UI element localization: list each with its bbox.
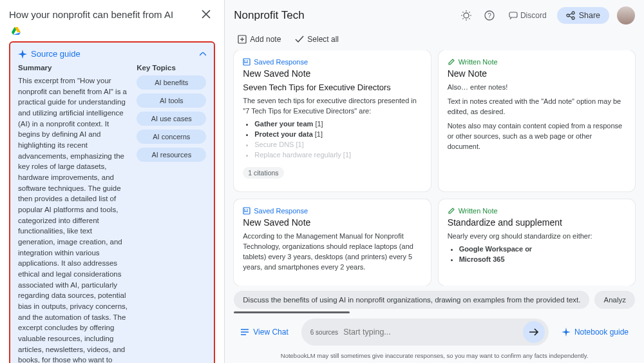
sources-count[interactable]: 6 sources	[310, 329, 338, 336]
svg-rect-11	[509, 12, 517, 17]
card-body: The seven tech tips for executive direct…	[243, 96, 421, 117]
sparkle-icon	[18, 50, 27, 59]
notebook-guide-button[interactable]: Notebook guide	[555, 324, 635, 340]
summary-text: This excerpt from "How your nonprofit ca…	[18, 75, 128, 363]
disclaimer-text: NotebookLM may still sometimes give inac…	[225, 351, 644, 363]
svg-line-8	[469, 12, 469, 12]
close-icon[interactable]	[197, 5, 215, 23]
topic-chip[interactable]: AI resources	[137, 148, 206, 162]
suggestion-row: Discuss the benefits of using AI in nonp…	[234, 291, 635, 309]
svg-line-16	[569, 16, 572, 17]
summary-heading: Summary	[18, 64, 128, 72]
card-tag: Saved Response	[243, 207, 421, 215]
help-icon[interactable]: ?	[480, 6, 498, 25]
doc-title: How your nonprofit can benefit from AI	[9, 9, 192, 20]
svg-line-5	[462, 12, 463, 12]
card-body: According to the Management Manual for N…	[243, 231, 421, 273]
theme-icon[interactable]	[457, 6, 475, 25]
suggestion-pill[interactable]: Analyz	[594, 291, 635, 309]
send-button[interactable]	[523, 321, 545, 343]
topic-chip[interactable]: AI benefits	[137, 75, 206, 90]
card-title: New Saved Note	[243, 217, 421, 228]
svg-line-6	[469, 18, 469, 19]
card-tag: Saved Response	[243, 58, 421, 66]
view-chat-button[interactable]: View Chat	[234, 324, 294, 340]
note-card[interactable]: Written NoteStandardize and supplementNe…	[439, 199, 635, 286]
note-card[interactable]: Saved ResponseNew Saved NoteAccording to…	[234, 199, 430, 286]
add-note-button[interactable]: Add note	[238, 35, 281, 44]
source-guide-panel: Source guide Summary This excerpt from "…	[9, 41, 215, 363]
topic-chip[interactable]: AI concerns	[137, 130, 206, 144]
avatar[interactable]	[617, 6, 635, 25]
card-body: Notes also may contain content copied fr…	[448, 121, 626, 152]
card-body: Nearly every org should standardize on e…	[448, 231, 626, 242]
card-bullet-faded: Replace hardware regularly [1]	[254, 150, 421, 161]
svg-point-14	[572, 17, 574, 19]
svg-point-13	[567, 14, 569, 17]
svg-point-12	[572, 12, 574, 14]
svg-line-7	[462, 18, 463, 19]
card-tag: Written Note	[448, 58, 626, 66]
topic-chip[interactable]: AI use cases	[137, 112, 206, 126]
source-guide-label: Source guide	[31, 49, 196, 59]
card-title: New Note	[448, 68, 626, 79]
select-all-button[interactable]: Select all	[295, 35, 339, 44]
note-card[interactable]: Saved ResponseNew Saved NoteSeven Tech T…	[234, 50, 430, 191]
card-bullet: Gather your team [1]	[254, 119, 421, 130]
card-bullet-faded: Secure DNS [1]	[254, 140, 421, 150]
card-bullet: Microsoft 365	[459, 255, 626, 265]
drive-icon	[12, 27, 21, 35]
card-title: New Saved Note	[243, 68, 421, 79]
notebook-title[interactable]: Nonprofit Tech	[234, 9, 452, 22]
topics-heading: Key Topics	[137, 64, 206, 72]
card-body: Also… enter notes!	[448, 83, 626, 93]
chat-input-container: 6 sources	[301, 319, 549, 346]
svg-point-0	[464, 13, 469, 18]
card-subtitle: Seven Tech Tips for Executive Directors	[243, 83, 421, 92]
card-bullet: Protect your data [1]	[254, 130, 421, 140]
svg-text:?: ?	[488, 12, 491, 19]
topic-chip[interactable]: AI tools	[137, 93, 206, 108]
card-title: Standardize and supplement	[448, 217, 626, 228]
suggestion-pill[interactable]: Discuss the benefits of using AI in nonp…	[234, 291, 589, 309]
card-body: Text in notes created with the "Add note…	[448, 97, 626, 117]
share-button[interactable]: Share	[557, 7, 609, 24]
svg-line-15	[569, 14, 572, 15]
citations-chip[interactable]: 1 citations	[243, 167, 283, 179]
chat-input[interactable]	[343, 328, 518, 337]
collapse-icon[interactable]	[200, 52, 206, 56]
note-card[interactable]: Written NoteNew NoteAlso… enter notes!Te…	[439, 50, 635, 191]
discord-button[interactable]: Discord	[504, 8, 552, 23]
card-tag: Written Note	[448, 207, 626, 215]
card-bullet: Google Workspace or	[459, 244, 626, 255]
